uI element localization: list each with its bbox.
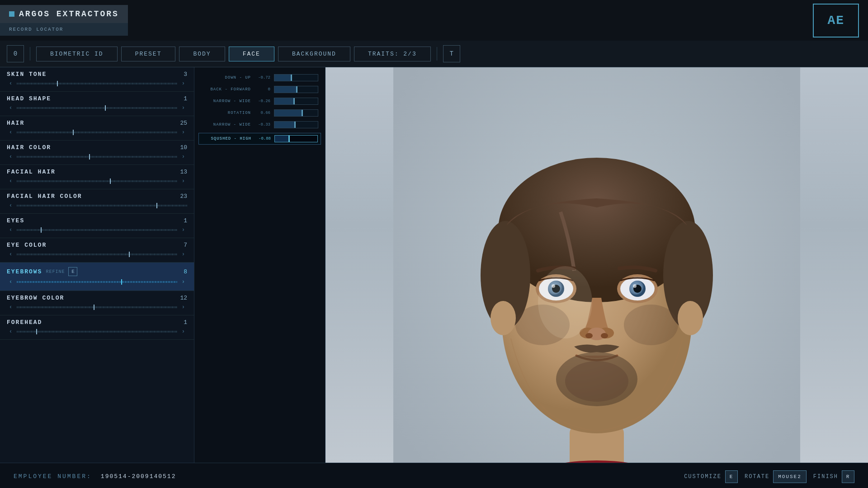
middle-panel: DOWN - UP -0.72 BACK - FORWARD 0 NARROW … xyxy=(194,67,326,463)
ctrl-rotate-key[interactable]: MOUSE2 xyxy=(773,470,807,483)
tab-preset[interactable]: PRESET xyxy=(121,47,176,61)
attr-arrow-left-skin-tone[interactable]: ‹ xyxy=(7,80,14,88)
app-title-bar: ARGOS EXTRACTORS xyxy=(0,5,128,23)
ctrl-finish-label: FINISH xyxy=(813,474,838,480)
attr-arrow-left-hair[interactable]: ‹ xyxy=(7,128,14,136)
svg-point-27 xyxy=(601,333,608,338)
employee-number: 190514-2009140512 xyxy=(101,473,176,480)
attr-arrow-right-eye-color[interactable]: › xyxy=(179,250,187,258)
attr-value-skin-tone: 3 xyxy=(184,71,187,78)
tab-traits[interactable]: TRAITS: 2/3 xyxy=(354,47,431,61)
attr-arrow-right-hair-color[interactable]: › xyxy=(179,153,187,161)
attr-value-forehead: 1 xyxy=(184,319,187,326)
ctrl-customize-key[interactable]: E xyxy=(725,470,738,483)
attr-slider-forehead xyxy=(17,330,177,333)
attr-arrow-right-eyebrows[interactable]: › xyxy=(179,278,187,286)
attr-row-hair-color[interactable]: HAIR COLOR 10 ‹ › xyxy=(0,141,194,165)
attr-arrow-right-eyebrow-color[interactable]: › xyxy=(179,303,187,311)
nav-divider-1 xyxy=(30,47,30,61)
attr-row-hair[interactable]: HAIR 25 ‹ › xyxy=(0,116,194,141)
attr-name-eyebrows: EYEBROWS xyxy=(7,268,42,275)
refine-bar-down-up[interactable] xyxy=(274,74,318,81)
bottom-controls: CUSTOMIZE E ROTATE MOUSE2 FINISH R xyxy=(684,470,854,483)
refine-slider-narrow-wide-2: NARROW - WIDE -0.33 xyxy=(201,121,318,128)
attr-name-eyes: EYES xyxy=(7,217,24,224)
attr-row-forehead[interactable]: FOREHEAD 1 ‹ › xyxy=(0,315,194,340)
tab-background[interactable]: BACKGROUND xyxy=(278,47,350,61)
attr-slider-facial-hair-color xyxy=(17,204,187,207)
attr-row-head-shape[interactable]: HEAD SHAPE 1 ‹ › xyxy=(0,92,194,116)
ctrl-finish-key[interactable]: R xyxy=(842,470,854,483)
attr-row-skin-tone[interactable]: SKIN TONE 3 ‹ › xyxy=(0,67,194,92)
employee-section: EMPLOYEE NUMBER: 190514-2009140512 xyxy=(14,473,176,480)
tab-body[interactable]: BODY xyxy=(179,47,225,61)
refine-bar-narrow-wide-2[interactable] xyxy=(274,121,318,128)
header: ARGOS EXTRACTORS RECORD LOCATOR AE xyxy=(0,0,868,41)
attr-arrow-right-head-shape[interactable]: › xyxy=(179,104,187,112)
attr-arrow-left-forehead[interactable]: ‹ xyxy=(7,328,14,336)
attr-value-hair: 25 xyxy=(180,120,187,127)
attr-name-hair: HAIR xyxy=(7,120,24,127)
refine-slider-squshed-high: SQUSHED - HIGH -0.88 xyxy=(198,133,321,145)
attr-arrow-right-eyes[interactable]: › xyxy=(179,226,187,234)
refine-slider-back-forward: BACK - FORWARD 0 xyxy=(201,86,318,93)
attr-arrow-left-eyes[interactable]: ‹ xyxy=(7,226,14,234)
attr-arrow-left-eyebrow-color[interactable]: ‹ xyxy=(7,303,14,311)
refine-bar-squshed-high[interactable] xyxy=(274,135,318,142)
attr-name-skin-tone: SKIN TONE xyxy=(7,71,47,78)
nav-divider-2 xyxy=(437,47,437,61)
attr-controls-hair-color: ‹ › xyxy=(7,153,187,161)
refine-slider-rotation: ROTATION 0.66 xyxy=(201,109,318,117)
attr-arrow-right-facial-hair[interactable]: › xyxy=(179,177,187,185)
attr-arrow-right-hair[interactable]: › xyxy=(179,128,187,136)
attr-arrow-left-eyebrows[interactable]: ‹ xyxy=(7,278,14,286)
attr-value-eyebrows: 8 xyxy=(184,268,187,275)
attr-slider-hair xyxy=(17,131,177,134)
refine-bar-narrow-wide-1[interactable] xyxy=(274,98,318,105)
attr-arrow-left-facial-hair[interactable]: ‹ xyxy=(7,177,14,185)
attr-value-facial-hair-color: 23 xyxy=(180,193,187,200)
attr-slider-facial-hair xyxy=(17,179,177,183)
refine-label-back-forward: BACK - FORWARD xyxy=(201,87,251,92)
ctrl-customize-label: CUSTOMIZE xyxy=(684,474,722,480)
svg-point-29 xyxy=(565,361,628,402)
attr-slider-skin-tone xyxy=(17,82,177,85)
refine-key[interactable]: E xyxy=(68,267,77,276)
tab-face[interactable]: FACE xyxy=(229,47,274,61)
refine-value-rotation: 0.66 xyxy=(255,111,270,115)
attr-name-head-shape: HEAD SHAPE xyxy=(7,95,51,102)
attr-row-eye-color[interactable]: EYE COLOR 7 ‹ › xyxy=(0,238,194,263)
refine-label-rotation: ROTATION xyxy=(201,111,251,115)
nav-right-button[interactable]: T xyxy=(443,45,460,62)
attr-row-eyebrows[interactable]: EYEBROWS REFINE E 8 ‹ › xyxy=(0,263,194,291)
attr-value-hair-color: 10 xyxy=(180,144,187,151)
refine-value-down-up: -0.72 xyxy=(255,75,270,80)
refine-value-narrow-wide-1: -0.26 xyxy=(255,99,270,103)
attr-arrow-left-head-shape[interactable]: ‹ xyxy=(7,104,14,112)
svg-point-32 xyxy=(538,266,592,338)
attr-row-eyes[interactable]: EYES 1 ‹ › xyxy=(0,214,194,238)
attr-controls-skin-tone: ‹ › xyxy=(7,80,187,88)
attr-row-facial-hair[interactable]: FACIAL HAIR 13 ‹ › xyxy=(0,165,194,189)
attr-arrow-left-hair-color[interactable]: ‹ xyxy=(7,153,14,161)
attr-name-forehead: FOREHEAD xyxy=(7,319,42,326)
attr-value-eyebrow-color: 12 xyxy=(180,295,187,301)
attr-controls-facial-hair-color: ‹ xyxy=(7,202,187,210)
refine-bar-rotation[interactable] xyxy=(274,109,318,117)
attr-refine-section: EYEBROWS REFINE E xyxy=(7,267,77,276)
attr-row-facial-hair-color[interactable]: FACIAL HAIR COLOR 23 ‹ xyxy=(0,189,194,214)
attr-arrow-right-skin-tone[interactable]: › xyxy=(179,80,187,88)
refine-bar-back-forward[interactable] xyxy=(274,86,318,93)
attr-name-facial-hair-color: FACIAL HAIR COLOR xyxy=(7,193,82,200)
attr-value-head-shape: 1 xyxy=(184,95,187,102)
attr-arrow-right-forehead[interactable]: › xyxy=(179,328,187,336)
ctrl-customize: CUSTOMIZE E xyxy=(684,470,738,483)
attr-arrow-left-eye-color[interactable]: ‹ xyxy=(7,250,14,258)
refine-value-narrow-wide-2: -0.33 xyxy=(255,122,270,127)
attr-row-eyebrow-color[interactable]: EYEBROW COLOR 12 ‹ › xyxy=(0,291,194,315)
nav-left-button[interactable]: 0 xyxy=(7,45,24,62)
svg-point-11 xyxy=(491,301,516,335)
attr-arrow-left-facial-hair-color[interactable]: ‹ xyxy=(7,202,14,210)
tab-biometric-id[interactable]: BIOMETRIC ID xyxy=(36,47,118,61)
refine-label-down-up: DOWN - UP xyxy=(201,75,251,80)
